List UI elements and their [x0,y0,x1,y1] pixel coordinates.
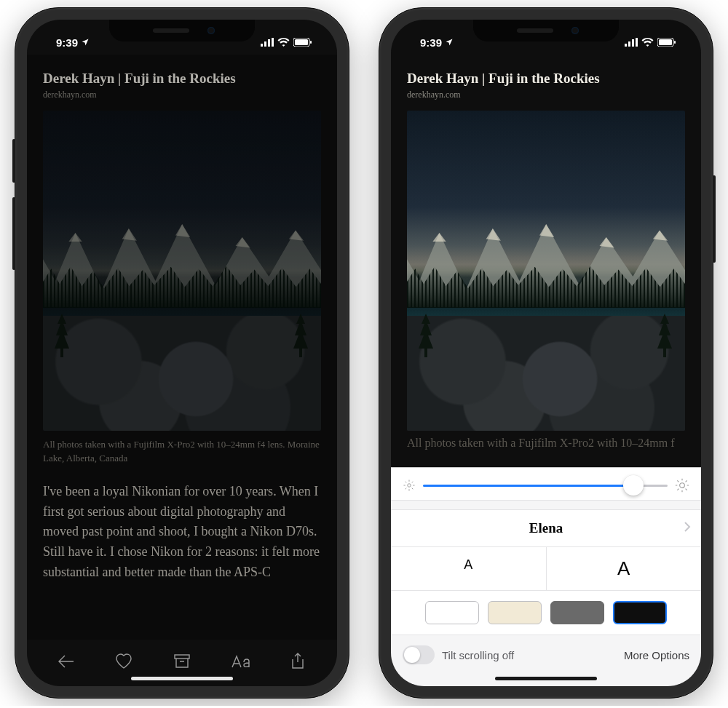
status-time: 9:39 [420,36,442,49]
theme-white[interactable] [425,601,479,624]
svg-rect-1 [264,41,266,47]
svg-rect-16 [674,41,676,44]
article-source: derekhayn.com [407,90,685,100]
svg-rect-9 [175,655,189,659]
brightness-slider[interactable] [423,485,668,487]
wifi-icon [277,38,290,47]
svg-rect-5 [295,39,308,45]
back-button[interactable] [46,645,87,677]
svg-rect-3 [272,38,274,47]
svg-rect-8 [299,347,302,357]
wifi-icon [641,38,654,47]
svg-rect-17 [424,347,427,357]
like-button[interactable] [103,645,144,677]
svg-rect-6 [310,41,312,44]
article-title: Derek Hayn | Fuji in the Rockies [407,71,685,87]
cellular-icon [261,38,274,47]
text-size-larger[interactable]: A [547,547,702,590]
screen-left: 9:39 Derek Hayn | Fuji in the Rockies de… [27,20,337,686]
article-source: derekhayn.com [43,90,321,100]
archive-button[interactable] [162,645,202,677]
theme-row [391,591,701,635]
battery-icon [657,38,676,47]
status-time: 9:39 [56,36,78,49]
brightness-thumb[interactable] [623,475,644,496]
article-photo [407,111,685,431]
screen-right: 9:39 Derek Hayn | Fuji in the Rockies de… [391,20,701,686]
svg-point-19 [408,484,411,488]
svg-rect-11 [628,41,630,47]
svg-rect-0 [261,44,263,47]
cellular-icon [625,38,638,47]
theme-black[interactable] [613,601,667,624]
svg-rect-13 [636,38,638,47]
home-indicator[interactable] [495,677,597,680]
share-button[interactable] [277,645,318,677]
tilt-scrolling-label: Tilt scrolling off [442,649,514,661]
notch [109,20,255,41]
phone-frame-left: 9:39 Derek Hayn | Fuji in the Rockies de… [15,7,349,699]
svg-rect-7 [60,347,63,357]
home-indicator[interactable] [131,677,233,680]
theme-gray[interactable] [550,601,604,624]
location-icon [81,38,90,47]
brightness-low-icon [403,479,416,492]
photo-caption-clipped: All photos taken with a Fujifilm X-Pro2 … [407,437,685,450]
font-name: Elena [529,520,563,536]
article-photo [43,111,321,431]
brightness-high-icon [675,478,689,493]
svg-point-20 [680,483,685,488]
battery-icon [293,38,312,47]
svg-rect-12 [632,39,634,47]
article-title: Derek Hayn | Fuji in the Rockies [43,71,321,87]
svg-rect-2 [268,39,270,47]
font-picker[interactable]: Elena [391,509,701,547]
chevron-right-icon [684,520,691,536]
appearance-sheet: Elena A A Tilt scrolling off [391,467,701,686]
more-options-button[interactable]: More Options [624,649,689,661]
options-row: Tilt scrolling off More Options [391,635,701,669]
text-size-row: A A [391,547,701,591]
theme-sepia[interactable] [488,601,542,624]
phone-frame-right: 9:39 Derek Hayn | Fuji in the Rockies de… [379,7,713,699]
tilt-scrolling-toggle[interactable] [403,645,435,664]
location-icon [445,38,454,47]
text-size-smaller[interactable]: A [391,547,547,590]
notch [473,20,619,41]
appearance-button[interactable] [220,645,261,677]
article-body: I've been a loyal Nikonian for over 10 y… [43,482,321,583]
brightness-row [391,468,701,501]
photo-caption: All photos taken with a Fujifilm X-Pro2 … [43,438,321,466]
svg-rect-18 [663,347,666,357]
article-content[interactable]: Derek Hayn | Fuji in the Rockies derekha… [27,55,337,640]
svg-rect-10 [625,44,627,47]
svg-rect-15 [659,39,672,45]
